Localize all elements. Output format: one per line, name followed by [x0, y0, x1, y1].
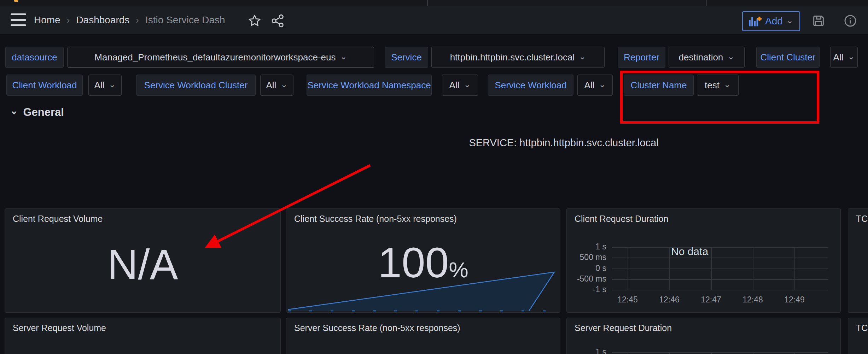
- gridline: [711, 247, 712, 290]
- panel-server-request-duration: Server Request Duration 1 s: [566, 318, 841, 354]
- chevron-down-icon: ⌄: [340, 52, 347, 61]
- chevron-down-icon: ⌄: [847, 52, 855, 61]
- x-axis-tick: 12:48: [732, 295, 774, 305]
- filter-value-client-cluster[interactable]: All ⌄: [830, 47, 858, 68]
- x-axis-tick: 12:45: [607, 295, 648, 305]
- filter-label-service-workload-namespace: Service Workload Namespace: [307, 75, 432, 96]
- chevron-down-icon: ⌄: [10, 106, 18, 116]
- gridline: [794, 352, 795, 354]
- add-panel-button[interactable]: Add ⌄: [742, 11, 800, 31]
- panel-title[interactable]: Client Request Volume: [13, 214, 103, 224]
- share-icon[interactable]: [271, 14, 285, 28]
- panel-server-success-rate: Server Success Rate (non-5xx responses): [286, 318, 560, 354]
- gridline: [628, 247, 628, 290]
- service-heading: SERVICE: httpbin.httpbin.svc.cluster.loc…: [287, 137, 840, 149]
- gridline: [628, 352, 628, 354]
- filter-label-service-workload-cluster: Service Workload Cluster: [136, 75, 256, 96]
- filter-label-datasource: datasource: [5, 47, 64, 68]
- panel-tcp-bottom-partial: TC: [848, 318, 868, 354]
- stat-value: 100%: [286, 241, 560, 284]
- gridline: [612, 279, 828, 280]
- filter-value-text: Managed_Prometheus_defaultazuremonitorwo…: [94, 52, 336, 63]
- menu-toggle-button[interactable]: [11, 13, 26, 26]
- red-highlight-box: [620, 71, 819, 124]
- star-icon[interactable]: [247, 14, 262, 28]
- gridline: [753, 247, 753, 290]
- breadcrumb-current: Istio Service Dash: [145, 14, 225, 26]
- gridline: [612, 352, 828, 353]
- gridline: [711, 352, 712, 354]
- gridline: [612, 258, 828, 258]
- panel-tcp-top-partial: TC: [848, 208, 868, 313]
- bar-chart-plus-icon: [749, 16, 762, 26]
- chevron-down-icon: ⌄: [786, 16, 793, 25]
- panel-title[interactable]: Client Request Duration: [575, 214, 668, 224]
- gridline: [669, 352, 670, 354]
- filter-value-service[interactable]: httpbin.httpbin.svc.cluster.local ⌄: [431, 47, 605, 68]
- gridline: [794, 247, 795, 290]
- filter-value-service-workload[interactable]: All ⌄: [577, 75, 613, 96]
- filter-value-text: All: [266, 80, 276, 91]
- section-row-general[interactable]: ⌄ General: [10, 106, 64, 119]
- x-axis-tick: 12:49: [774, 295, 815, 305]
- panel-title[interactable]: Server Success Rate (non-5xx responses): [294, 323, 460, 333]
- filter-value-text: All: [584, 80, 594, 91]
- gridline: [612, 269, 828, 269]
- y-axis-tick: -1 s: [571, 285, 606, 294]
- breadcrumb-home[interactable]: Home: [34, 14, 60, 26]
- gridline: [669, 247, 670, 290]
- breadcrumb: Home › Dashboards › Istio Service Dash: [34, 6, 225, 34]
- grafana-dashboard: Home › Dashboards › Istio Service Dash: [0, 0, 868, 354]
- chevron-down-icon: ⌄: [579, 52, 586, 61]
- info-icon[interactable]: [843, 14, 857, 28]
- filter-value-text: All: [833, 52, 844, 63]
- chevron-down-icon: ⌄: [280, 80, 287, 89]
- panel-server-request-volume: Server Request Volume: [5, 318, 281, 354]
- y-axis-tick: 0 s: [571, 264, 606, 273]
- filter-value-text: destination: [679, 52, 723, 63]
- filter-value-text: All: [94, 80, 104, 91]
- panel-title[interactable]: Server Request Duration: [575, 323, 672, 333]
- no-data-message: No data: [671, 246, 708, 258]
- y-axis-tick: 1 s: [571, 347, 606, 354]
- gridline: [612, 290, 828, 290]
- y-axis-tick: 500 ms: [571, 253, 606, 262]
- filter-label-client-workload: Client Workload: [6, 75, 83, 96]
- filter-value-text: httpbin.httpbin.svc.cluster.local: [450, 52, 575, 63]
- panel-title[interactable]: TC: [856, 323, 868, 333]
- gridline: [612, 247, 828, 248]
- filter-label-client-cluster: Client Cluster: [756, 47, 820, 68]
- panel-client-request-duration: Client Request Duration 1 s 500 ms 0 s -…: [566, 208, 841, 313]
- x-axis-tick: 12:47: [690, 295, 732, 305]
- save-dashboard-icon[interactable]: [811, 14, 826, 28]
- filter-value-datasource[interactable]: Managed_Prometheus_defaultazuremonitorwo…: [68, 47, 374, 68]
- filter-label-service-workload: Service Workload: [488, 75, 573, 96]
- filter-value-client-workload[interactable]: All ⌄: [88, 75, 122, 96]
- breadcrumb-separator-icon: ›: [67, 15, 70, 26]
- filter-label-service: Service: [385, 47, 428, 68]
- filter-label-reporter: Reporter: [618, 47, 665, 68]
- filter-value-service-workload-cluster[interactable]: All ⌄: [260, 75, 293, 96]
- breadcrumb-dashboards[interactable]: Dashboards: [76, 14, 129, 26]
- y-axis-tick: -500 ms: [571, 274, 606, 284]
- panel-client-request-volume: Client Request Volume N/A: [5, 208, 281, 313]
- x-axis-tick: 12:46: [648, 295, 690, 305]
- chevron-down-icon: ⌄: [727, 52, 734, 61]
- panel-title[interactable]: TC: [856, 214, 868, 224]
- chevron-down-icon: ⌄: [599, 80, 606, 89]
- y-axis-tick: 1 s: [571, 242, 606, 252]
- section-title: General: [23, 106, 64, 119]
- chevron-down-icon: ⌄: [464, 80, 471, 89]
- breadcrumb-separator-icon: ›: [136, 15, 139, 26]
- filter-value-reporter[interactable]: destination ⌄: [669, 47, 745, 68]
- panel-client-success-rate: Client Success Rate (non-5xx responses) …: [286, 208, 560, 313]
- filter-value-text: All: [449, 80, 459, 91]
- chevron-down-icon: ⌄: [109, 80, 116, 89]
- filter-value-service-workload-namespace[interactable]: All ⌄: [442, 75, 478, 96]
- gridline: [753, 352, 753, 354]
- stat-value: N/A: [5, 243, 280, 285]
- top-navbar: Home › Dashboards › Istio Service Dash: [0, 6, 868, 35]
- add-button-label: Add: [765, 16, 783, 27]
- panel-title[interactable]: Server Request Volume: [13, 323, 106, 333]
